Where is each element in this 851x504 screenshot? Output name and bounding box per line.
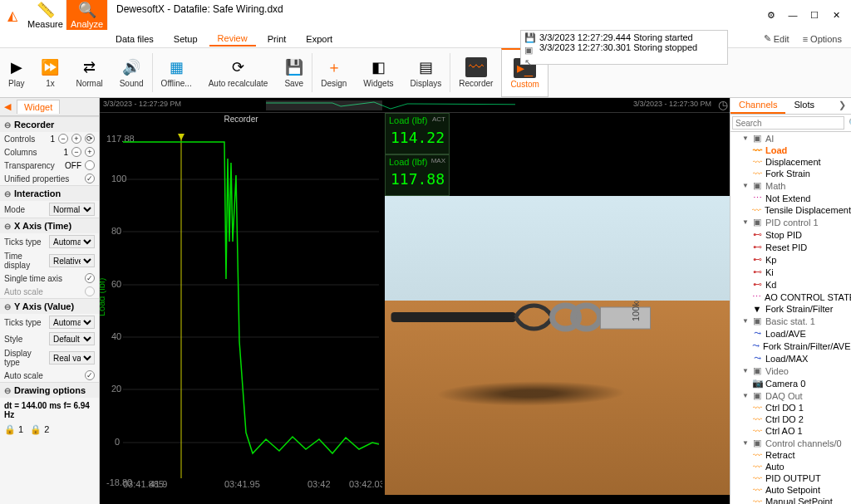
svg-text:40: 40 (111, 331, 121, 341)
expand-button[interactable]: ❯ (834, 98, 851, 114)
recorder-widget[interactable]: Recorder 117.88 -18.80 Load (lbf) 100 80… (100, 113, 382, 495)
unified-toggle[interactable]: ✓ (85, 174, 95, 183)
tree-forkfilter[interactable]: ▼Fork Strain/Filter (730, 303, 851, 315)
tree-autoset[interactable]: 〰Auto Setpoint (730, 484, 851, 496)
tree-forkstrain[interactable]: 〰Fork Strain (730, 168, 851, 179)
channel-search-input[interactable] (732, 116, 844, 130)
design-button[interactable]: ＋Design (312, 48, 355, 97)
offline-button[interactable]: ▦Offline... (153, 48, 200, 97)
ydisp-select[interactable]: Real value (49, 351, 95, 365)
tree-auto[interactable]: 〰Auto (730, 461, 851, 472)
search-icon[interactable]: 🔍 (846, 118, 851, 129)
ystyle-select[interactable]: Default (49, 332, 95, 345)
digital-meter-max[interactable]: Load (lbf)MAX 117.88 (385, 154, 450, 196)
replay-mode-button[interactable]: ⇄Normal (67, 48, 111, 97)
section-xaxis[interactable]: X Axis (Time) (0, 218, 99, 233)
yticks-select[interactable]: Automatic (49, 316, 95, 329)
tree-tensiledisp[interactable]: 〰Tensile Displacement (730, 204, 851, 216)
title-bar: ◭ 📏 Measure 🔍 Analyze DewesoftX - Datafi… (0, 0, 851, 30)
video-widget[interactable]: 100kg (385, 196, 730, 495)
tree-displacement[interactable]: 〰Displacement (730, 156, 851, 168)
menu-print[interactable]: Print (259, 32, 295, 46)
tree-ctrlao1[interactable]: 〰Ctrl AO 1 (730, 425, 851, 437)
widget-tab[interactable]: Widget (17, 100, 60, 114)
tree-ai[interactable]: ▼▣AI (730, 132, 851, 144)
plot-line (123, 142, 379, 453)
svg-text:80: 80 (111, 226, 121, 236)
controls-extra-button[interactable]: ⟳ (85, 134, 95, 144)
tree-kd[interactable]: ⊷Kd (730, 278, 851, 291)
section-recorder[interactable]: Recorder (0, 116, 99, 132)
tree-retract[interactable]: 〰Retract (730, 449, 851, 461)
global-time-bar[interactable]: 3/3/2023 - 12:27:29 PM 3/3/2023 - 12:27:… (100, 98, 730, 113)
minimize-icon[interactable]: — (786, 8, 799, 22)
clock-icon[interactable]: ◷ (718, 98, 728, 111)
tree-pid[interactable]: ▼▣PID control 1 (730, 216, 851, 228)
columns-minus-button[interactable]: − (71, 147, 81, 157)
xautoscale-toggle[interactable] (85, 286, 95, 296)
autorecalc-button[interactable]: ⟳Auto recalculate (200, 48, 277, 97)
tree-pidout[interactable]: 〰PID OUTPUT (730, 472, 851, 484)
settings-icon[interactable]: ⚙ (765, 8, 778, 22)
menu-setup[interactable]: Setup (165, 32, 206, 46)
tree-stoppid[interactable]: ⊷Stop PID (730, 228, 851, 241)
mode-select[interactable]: Normal (49, 203, 95, 216)
transparency-toggle[interactable] (85, 160, 95, 170)
sound-button[interactable]: 🔊Sound (111, 48, 152, 97)
menu-export[interactable]: Export (298, 32, 341, 46)
close-icon[interactable]: ✕ (829, 8, 843, 22)
tree-resetpid[interactable]: ⊷Reset PID (730, 241, 851, 253)
displays-button[interactable]: ▤Displays (401, 48, 450, 97)
section-drawing[interactable]: Drawing options (0, 382, 99, 398)
channels-tab[interactable]: Channels (730, 98, 785, 114)
widgets-button[interactable]: ◧Widgets (355, 48, 401, 97)
measure-tab[interactable]: 📏 Measure (25, 0, 66, 30)
yautoscale-toggle[interactable]: ✓ (85, 370, 95, 380)
timedisp-select[interactable]: Relative (49, 254, 95, 267)
recorder-display-button[interactable]: 〰Recorder (450, 48, 501, 97)
play-button[interactable]: ▶Play (0, 48, 32, 97)
section-interaction[interactable]: Interaction (0, 185, 99, 201)
options-link[interactable]: ≡ Options (798, 34, 847, 44)
menu-datafiles[interactable]: Data files (107, 32, 162, 46)
tree-load[interactable]: 〰Load (730, 144, 851, 156)
tree-kp[interactable]: ⊷Kp (730, 253, 851, 266)
tree-forkave[interactable]: ⤳Fork Strain/Filter/AVE (730, 340, 851, 352)
tree-daq[interactable]: ▼▣DAQ Out (730, 389, 851, 402)
tree-math[interactable]: ▼▣Math (730, 179, 851, 192)
lock-2[interactable]: 🔒 2 (30, 424, 49, 435)
tree-ctrlch[interactable]: ▼▣Control channels/0 (730, 437, 851, 449)
maximize-icon[interactable]: ☐ (808, 8, 821, 22)
tree-video[interactable]: ▼▣Video (730, 365, 851, 377)
svg-text:03:42.035: 03:42.035 (349, 479, 382, 489)
save-button[interactable]: 💾Save (276, 48, 312, 97)
singleaxis-toggle[interactable]: ✓ (85, 273, 95, 283)
tree-loadmax[interactable]: ⤳Load/MAX (730, 352, 851, 365)
timebar-overview-plot[interactable] (266, 100, 515, 110)
section-yaxis[interactable]: Y Axis (Value) (0, 298, 99, 314)
analyze-tab[interactable]: 🔍 Analyze (66, 0, 108, 30)
controls-plus-button[interactable]: + (71, 134, 81, 144)
slots-tab[interactable]: Slots (785, 98, 822, 114)
back-button[interactable]: ◀ (0, 101, 15, 112)
xautoscale-label: Auto scale (4, 287, 81, 296)
speed-button[interactable]: ⏩1x (32, 48, 67, 97)
controls-minus-button[interactable]: − (58, 134, 68, 144)
yticks-label: Ticks type (4, 318, 46, 327)
tree-basic[interactable]: ▼▣Basic stat. 1 (730, 315, 851, 327)
tree-ki[interactable]: ⊷Ki (730, 266, 851, 278)
tree-manual[interactable]: 〰Manual SetPoint (730, 496, 851, 504)
tree-camera[interactable]: 📷Camera 0 (730, 377, 851, 389)
disk-icon: 💾 (524, 32, 536, 43)
digital-meter-act[interactable]: Load (lbf)ACT 114.22 (385, 113, 450, 154)
tree-aoctrl[interactable]: ⋯AO CONTROL STATEMENT (730, 291, 851, 303)
edit-link[interactable]: ✎ Edit (759, 33, 794, 44)
xticks-select[interactable]: Automatic (49, 235, 95, 248)
tree-ctrldo1[interactable]: 〰Ctrl DO 1 (730, 402, 851, 413)
lock-1[interactable]: 🔒 1 (4, 424, 23, 435)
columns-plus-button[interactable]: + (85, 147, 95, 157)
tree-notextend[interactable]: ⋯Not Extend (730, 192, 851, 204)
tree-ctrldo2[interactable]: 〰Ctrl DO 2 (730, 413, 851, 425)
tree-loadave[interactable]: ⤳Load/AVE (730, 327, 851, 340)
menu-review[interactable]: Review (209, 32, 256, 46)
